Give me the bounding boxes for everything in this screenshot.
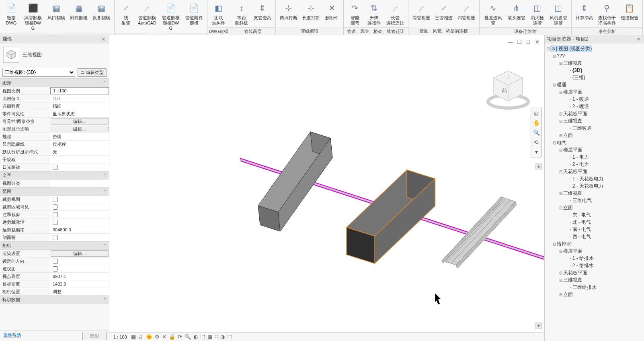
restore-icon[interactable]: ❐: [516, 39, 523, 45]
collapse-icon[interactable]: ⊟: [558, 61, 563, 65]
property-row[interactable]: 日光路径: [0, 163, 109, 171]
property-value[interactable]: [50, 203, 109, 210]
tree-node[interactable]: ⊟电气: [546, 139, 643, 146]
tree-node[interactable]: · 三维暖通: [546, 125, 643, 132]
ribbon-button[interactable]: ◧图块生构件: [209, 1, 228, 27]
tree-node[interactable]: ⊟三维视图: [546, 117, 643, 125]
property-row[interactable]: 透视图: [0, 265, 109, 273]
collapse-icon[interactable]: ⊟: [558, 206, 563, 210]
collapse-icon[interactable]: ⊟: [558, 249, 563, 253]
ribbon-button[interactable]: ⚲查找低于净高构件: [596, 1, 618, 27]
orbit-icon[interactable]: ⟲: [532, 138, 541, 147]
property-value[interactable]: [50, 211, 109, 218]
property-row[interactable]: 注释裁剪: [0, 211, 109, 218]
tree-node[interactable]: ⊟???: [546, 52, 643, 59]
tree-node[interactable]: · 1 - 电力: [546, 153, 643, 161]
tree-node[interactable]: · 南 - 电气: [546, 226, 643, 233]
properties-body[interactable]: 图形⌃视图比例1 : 100比例值 1:100详细程度精细零件可见性显示原状态可…: [0, 79, 109, 331]
view-control-icon[interactable]: ◐: [193, 334, 198, 340]
ribbon-button[interactable]: 📄管道附件翻模: [183, 1, 205, 27]
property-value[interactable]: [50, 163, 109, 171]
project-browser-tree[interactable]: ⊟[⊙] 视图 (视图分类)⊟???⊟三维视图· {3D}· {三维}⊟暖通⊟楼…: [545, 43, 644, 341]
tree-node[interactable]: ⊟[⊙] 视图 (视图分类): [546, 45, 643, 52]
scroll-up-icon[interactable]: ▲: [535, 163, 542, 169]
ribbon-button[interactable]: ↷智能翻弯: [345, 1, 365, 27]
expand-icon[interactable]: ⊞: [558, 112, 563, 116]
tree-node[interactable]: ⊟三维视图: [546, 190, 643, 197]
apply-button[interactable]: 应用: [82, 332, 107, 340]
ribbon-button[interactable]: ◫风机盘管连管: [547, 1, 570, 27]
property-row[interactable]: 裁剪区域可见: [0, 203, 109, 211]
view-control-icon[interactable]: ▦: [131, 334, 136, 340]
property-row[interactable]: 视图分类: [0, 180, 109, 187]
expand-icon[interactable]: ⊞: [558, 133, 563, 138]
tree-node[interactable]: ⊞天花板平面: [546, 110, 643, 117]
tree-node[interactable]: ⊟立面: [546, 204, 643, 211]
view-control-icon[interactable]: ◑: [220, 334, 225, 340]
property-row[interactable]: 目标高度1432.9: [0, 280, 109, 288]
tree-node[interactable]: · {3D}: [546, 67, 643, 74]
viewcube[interactable]: 前 上: [484, 63, 532, 112]
tree-node[interactable]: · 2 - 电力: [546, 161, 643, 168]
minimize-icon[interactable]: —: [507, 39, 514, 45]
property-value[interactable]: 编辑...: [51, 118, 109, 125]
tree-node[interactable]: · 2 - 天花板电力: [546, 182, 643, 190]
property-value[interactable]: 1432.9: [50, 280, 109, 288]
collapse-icon[interactable]: ⊟: [558, 148, 563, 152]
ribbon-button[interactable]: ✕删附件: [322, 1, 342, 21]
tree-node[interactable]: · 1 - 天花板电力: [546, 175, 643, 182]
tree-node[interactable]: ⊞天花板平面: [546, 269, 643, 276]
property-value[interactable]: 6907.1: [50, 273, 109, 280]
property-value[interactable]: 编辑...: [51, 126, 109, 132]
ribbon-button[interactable]: ⟋三管相连: [433, 1, 455, 21]
collapse-icon[interactable]: ⊟: [552, 83, 557, 87]
ribbon-button[interactable]: ↕等距至斜板: [232, 1, 251, 27]
property-group-header[interactable]: 相机⌃: [0, 241, 109, 250]
property-value[interactable]: [50, 218, 109, 226]
property-value[interactable]: 协调: [50, 133, 109, 140]
property-row[interactable]: 相机位置调整: [0, 288, 109, 296]
tree-node[interactable]: · 1 - 给排水: [546, 255, 643, 262]
collapse-icon[interactable]: ⊟: [558, 278, 563, 282]
property-row[interactable]: 视图比例1 : 100: [0, 87, 109, 95]
ribbon-button[interactable]: ⊹两点打断: [277, 1, 300, 21]
tree-node[interactable]: ⊟三维视图: [546, 276, 643, 284]
project-browser-header[interactable]: 项目浏览器 - 项目2 ×: [545, 35, 644, 43]
property-value[interactable]: [50, 180, 109, 187]
tree-node[interactable]: ⊞立面: [546, 291, 643, 298]
property-value[interactable]: 精细: [50, 102, 109, 110]
ribbon-button[interactable]: 📄管道翻模链接DWG: [159, 1, 183, 32]
property-row[interactable]: 图形显示选项编辑...: [0, 125, 109, 133]
ribbon-button[interactable]: ▦风口翻模: [45, 1, 68, 21]
tree-node[interactable]: · 1 - 暖通: [546, 96, 643, 103]
ribbon-button[interactable]: ⇕计算净高: [573, 1, 596, 21]
property-group-header[interactable]: 图形⌃: [0, 79, 109, 87]
edit-type-button[interactable]: 🗂 编辑类型: [78, 68, 107, 77]
property-row[interactable]: 远剪裁激活: [0, 218, 109, 226]
tree-node[interactable]: ⊟暖通: [546, 81, 643, 88]
ribbon-button[interactable]: ⟋管道翻模AutoCAD: [135, 1, 159, 27]
property-group-header[interactable]: 范围⌃: [0, 187, 109, 196]
property-value[interactable]: 按规程: [50, 141, 109, 148]
ribbon-button[interactable]: ∿批量连风管: [481, 1, 505, 27]
ribbon-button[interactable]: ⟋四管相连: [455, 1, 478, 21]
collapse-icon[interactable]: ⊟: [546, 47, 550, 51]
zoom-icon[interactable]: 🔍: [532, 128, 541, 137]
properties-type-selector[interactable]: 三维视图: [0, 43, 109, 66]
property-row[interactable]: 子规程: [0, 156, 109, 163]
view-control-icon[interactable]: ⟳: [178, 334, 182, 340]
ribbon-button[interactable]: ⬛风管翻模链接DWG: [21, 1, 45, 32]
property-row[interactable]: 可见性/图形替换编辑...: [0, 118, 109, 125]
property-row[interactable]: 默认分析显示样式无: [0, 148, 109, 156]
property-value[interactable]: 调整: [50, 288, 109, 295]
tree-node[interactable]: · 2 - 暖通: [546, 103, 643, 110]
property-value[interactable]: [50, 265, 109, 272]
property-value[interactable]: [50, 156, 109, 163]
expand-icon[interactable]: ⊞: [558, 292, 563, 297]
view-control-icon[interactable]: 🔒: [169, 334, 175, 340]
tree-node[interactable]: · 三维给排水: [546, 284, 643, 291]
ribbon-button[interactable]: 📋碰撞报告: [618, 1, 641, 21]
property-row[interactable]: 裁剪视图: [0, 196, 109, 203]
property-value[interactable]: [50, 234, 109, 241]
tree-node[interactable]: ⊞立面: [546, 132, 643, 139]
